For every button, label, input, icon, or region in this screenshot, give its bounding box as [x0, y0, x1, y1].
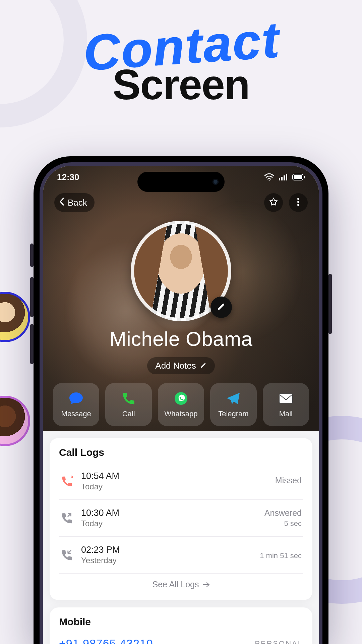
log-day: Today — [81, 519, 257, 528]
edit-avatar-button[interactable] — [210, 297, 232, 318]
action-call[interactable]: Call — [105, 383, 152, 426]
log-day: Today — [81, 482, 268, 491]
cellular-icon — [279, 174, 288, 180]
action-label: Telegram — [218, 410, 248, 418]
pencil-icon — [217, 302, 226, 312]
more-button[interactable] — [289, 193, 308, 212]
incoming-call-icon — [60, 549, 74, 561]
back-button[interactable]: Back — [54, 193, 95, 212]
svg-point-8 — [297, 201, 299, 203]
svg-rect-3 — [286, 174, 287, 180]
phone-frame: 12:30 — [34, 156, 328, 644]
whatsapp-icon — [173, 391, 189, 406]
promo-memoji-1 — [0, 292, 30, 342]
phone-icon — [121, 391, 136, 406]
log-time: 10:30 AM — [81, 508, 257, 518]
svg-rect-11 — [279, 394, 293, 403]
log-time: 02:23 PM — [81, 545, 252, 555]
contact-name: Michele Obama — [43, 327, 319, 351]
call-logs-card: Call Logs 10:54 AM Today Missed — [50, 438, 312, 600]
log-status: Answered — [264, 508, 302, 518]
svg-rect-1 — [281, 177, 283, 180]
star-icon — [269, 197, 278, 208]
back-label: Back — [68, 198, 87, 208]
content-panel: Call Logs 10:54 AM Today Missed — [43, 431, 319, 644]
favorite-button[interactable] — [264, 193, 283, 212]
call-log-row[interactable]: 02:23 PM Yesterday 1 min 51 sec — [59, 537, 303, 574]
add-notes-button[interactable]: Add Notes — [147, 357, 215, 374]
top-bar: Back — [43, 193, 319, 212]
action-mail[interactable]: Mail — [263, 383, 309, 426]
phone-side-button — [30, 324, 34, 364]
action-label: Mail — [279, 410, 293, 418]
wifi-icon — [264, 173, 274, 181]
action-whatsapp[interactable]: Whatsapp — [158, 383, 204, 426]
phone-side-button — [328, 274, 332, 334]
telegram-icon — [226, 391, 241, 406]
call-log-row[interactable]: 10:30 AM Today Answered 5 sec — [59, 500, 303, 537]
headline-script: Contact — [82, 19, 281, 73]
svg-point-7 — [297, 198, 299, 200]
svg-rect-2 — [284, 175, 285, 180]
see-all-label: See All Logs — [153, 580, 199, 589]
promo-memoji-2 — [0, 396, 30, 446]
arrow-right-icon — [202, 580, 210, 589]
mobile-label: Mobile — [59, 616, 303, 628]
phone-side-button — [30, 277, 34, 317]
action-telegram[interactable]: Telegram — [210, 383, 256, 426]
action-label: Whatsapp — [164, 410, 197, 418]
pencil-small-icon — [200, 361, 207, 371]
bg-arc-top-left — [0, 0, 87, 127]
status-time: 12:30 — [57, 172, 79, 182]
contact-hero: 12:30 — [43, 166, 319, 431]
svg-rect-0 — [279, 178, 280, 180]
phone-side-button — [30, 244, 34, 267]
log-status: Missed — [275, 476, 302, 485]
svg-point-9 — [297, 204, 299, 206]
see-all-logs-button[interactable]: See All Logs — [59, 574, 303, 591]
svg-rect-6 — [304, 176, 305, 178]
log-day: Yesterday — [81, 556, 252, 565]
more-vertical-icon — [297, 198, 300, 208]
phone-screen: 12:30 — [43, 166, 319, 644]
phone-number-tag: PERSONAL — [255, 639, 303, 644]
action-label: Call — [122, 410, 135, 418]
phone-number[interactable]: +91 98765 43210 — [59, 637, 153, 644]
mail-icon — [278, 391, 294, 406]
log-duration: 1 min 51 sec — [260, 551, 302, 560]
call-logs-title: Call Logs — [59, 447, 303, 458]
action-message[interactable]: Message — [53, 383, 99, 426]
outgoing-call-icon — [60, 513, 74, 524]
message-icon — [68, 391, 84, 406]
call-log-row[interactable]: 10:54 AM Today Missed — [59, 463, 303, 500]
missed-call-icon — [60, 476, 74, 487]
log-duration: 5 sec — [264, 519, 302, 528]
mobile-card: Mobile +91 98765 43210 PERSONAL — [50, 607, 312, 644]
dynamic-island — [137, 172, 225, 192]
battery-icon — [292, 174, 305, 180]
log-time: 10:54 AM — [81, 471, 268, 481]
quick-actions: Message Call Whatsapp — [43, 374, 319, 435]
chevron-left-icon — [58, 197, 66, 208]
add-notes-label: Add Notes — [155, 361, 196, 371]
svg-rect-5 — [294, 175, 302, 179]
action-label: Message — [61, 410, 91, 418]
avatar-wrap — [131, 221, 231, 321]
